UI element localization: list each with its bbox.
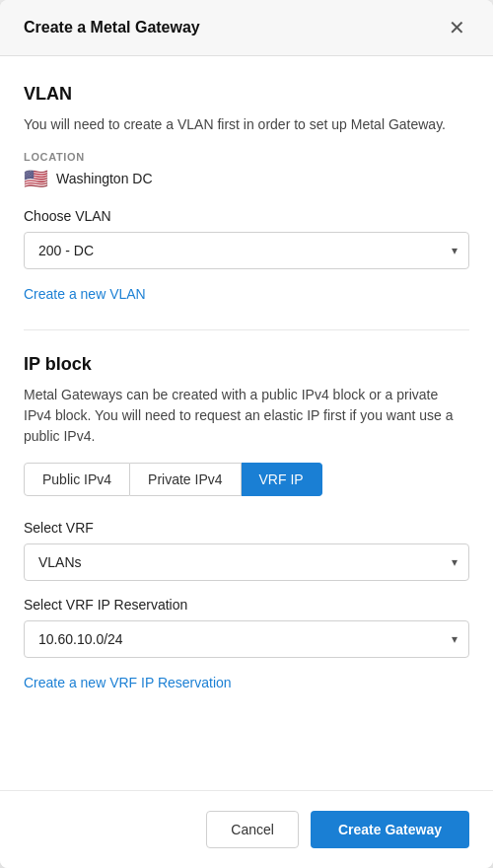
close-button[interactable]: ✕ xyxy=(445,16,469,39)
ip-type-tabs: Public IPv4 Private IPv4 VRF IP xyxy=(24,463,469,496)
vlan-select-wrapper: 200 - DC ▾ xyxy=(24,232,469,269)
reservation-select-wrapper: 10.60.10.0/24 ▾ xyxy=(24,620,469,658)
modal-body: VLAN You will need to create a VLAN firs… xyxy=(0,56,493,790)
vrf-select-wrapper: VLANs ▾ xyxy=(24,543,469,581)
reservation-select[interactable]: 10.60.10.0/24 xyxy=(24,620,469,658)
location-row: 🇺🇸 Washington DC xyxy=(24,169,469,188)
ip-block-title: IP block xyxy=(24,354,469,375)
ip-block-description: Metal Gateways can be created with a pub… xyxy=(24,385,469,447)
create-reservation-link[interactable]: Create a new VRF IP Reservation xyxy=(24,675,232,690)
vlan-section-description: You will need to create a VLAN first in … xyxy=(24,114,469,135)
modal-title: Create a Metal Gateway xyxy=(24,19,200,36)
tab-public-ipv4[interactable]: Public IPv4 xyxy=(24,463,130,496)
location-name: Washington DC xyxy=(56,171,153,186)
vrf-select[interactable]: VLANs xyxy=(24,543,469,581)
create-vlan-link[interactable]: Create a new VLAN xyxy=(24,286,146,302)
vlan-section: VLAN You will need to create a VLAN firs… xyxy=(24,84,469,306)
create-gateway-modal: Create a Metal Gateway ✕ VLAN You will n… xyxy=(0,0,493,868)
create-gateway-button[interactable]: Create Gateway xyxy=(311,811,469,848)
select-reservation-label: Select VRF IP Reservation xyxy=(24,597,469,613)
select-vrf-label: Select VRF xyxy=(24,520,469,536)
location-label: LOCATION xyxy=(24,151,469,163)
choose-vlan-label: Choose VLAN xyxy=(24,208,469,224)
cancel-button[interactable]: Cancel xyxy=(206,811,299,848)
modal-header: Create a Metal Gateway ✕ xyxy=(0,0,493,56)
ip-block-section: IP block Metal Gateways can be created w… xyxy=(24,354,469,694)
modal-footer: Cancel Create Gateway xyxy=(0,790,493,868)
vlan-section-title: VLAN xyxy=(24,84,469,105)
section-divider xyxy=(24,329,469,330)
tab-vrf-ip[interactable]: VRF IP xyxy=(242,463,322,496)
tab-private-ipv4[interactable]: Private IPv4 xyxy=(130,463,241,496)
location-flag-icon: 🇺🇸 xyxy=(24,169,48,188)
vlan-select[interactable]: 200 - DC xyxy=(24,232,469,269)
